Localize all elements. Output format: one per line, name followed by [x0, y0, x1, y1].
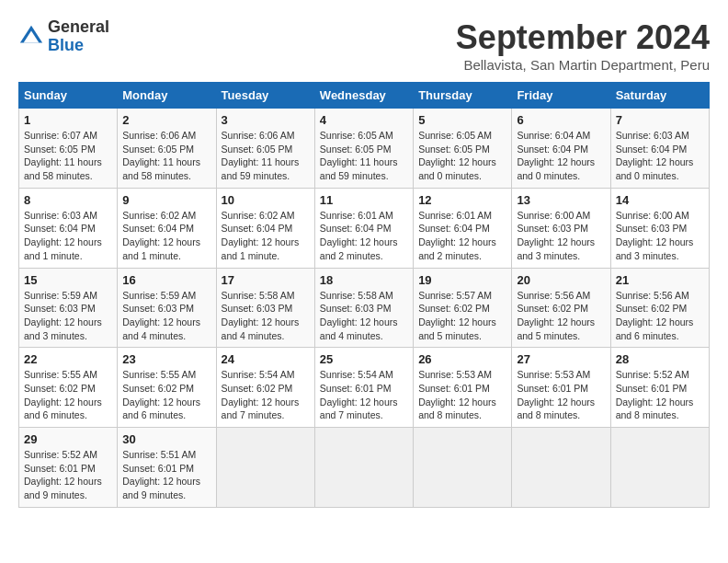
day-info: Sunrise: 6:05 AM Sunset: 6:05 PM Dayligh…: [418, 129, 506, 183]
day-info: Sunrise: 5:59 AM Sunset: 6:03 PM Dayligh…: [122, 289, 210, 343]
day-number: 3: [222, 113, 310, 127]
day-cell-17: 17Sunrise: 5:58 AM Sunset: 6:03 PM Dayli…: [216, 268, 314, 348]
day-info: Sunrise: 5:56 AM Sunset: 6:02 PM Dayligh…: [616, 289, 704, 343]
day-info: Sunrise: 6:04 AM Sunset: 6:04 PM Dayligh…: [517, 129, 605, 183]
day-cell-20: 20Sunrise: 5:56 AM Sunset: 6:02 PM Dayli…: [512, 268, 610, 348]
day-header-friday: Friday: [512, 83, 610, 109]
day-info: Sunrise: 5:53 AM Sunset: 6:01 PM Dayligh…: [517, 368, 605, 422]
day-cell-27: 27Sunrise: 5:53 AM Sunset: 6:01 PM Dayli…: [512, 348, 610, 428]
logo-icon: [18, 24, 44, 50]
day-number: 29: [24, 432, 112, 446]
calendar-body: 1Sunrise: 6:07 AM Sunset: 6:05 PM Daylig…: [19, 109, 710, 508]
day-header-thursday: Thursday: [414, 83, 512, 109]
day-number: 11: [320, 193, 408, 207]
day-number: 28: [616, 352, 704, 366]
day-number: 19: [418, 273, 506, 287]
day-info: Sunrise: 6:03 AM Sunset: 6:04 PM Dayligh…: [616, 129, 704, 183]
week-row-5: 29Sunrise: 5:52 AM Sunset: 6:01 PM Dayli…: [19, 428, 710, 508]
day-cell-16: 16Sunrise: 5:59 AM Sunset: 6:03 PM Dayli…: [118, 268, 216, 348]
day-number: 21: [616, 273, 704, 287]
day-info: Sunrise: 5:55 AM Sunset: 6:02 PM Dayligh…: [24, 368, 112, 422]
day-number: 15: [24, 273, 112, 287]
day-cell-8: 8Sunrise: 6:03 AM Sunset: 6:04 PM Daylig…: [19, 188, 118, 268]
day-cell-13: 13Sunrise: 6:00 AM Sunset: 6:03 PM Dayli…: [512, 188, 610, 268]
empty-cell: [314, 428, 413, 508]
day-cell-21: 21Sunrise: 5:56 AM Sunset: 6:02 PM Dayli…: [610, 268, 709, 348]
day-info: Sunrise: 5:53 AM Sunset: 6:01 PM Dayligh…: [418, 368, 506, 422]
day-info: Sunrise: 5:52 AM Sunset: 6:01 PM Dayligh…: [24, 448, 112, 502]
calendar-table: SundayMondayTuesdayWednesdayThursdayFrid…: [18, 82, 710, 508]
day-cell-4: 4Sunrise: 6:05 AM Sunset: 6:05 PM Daylig…: [314, 109, 413, 189]
day-number: 25: [320, 352, 408, 366]
day-cell-28: 28Sunrise: 5:52 AM Sunset: 6:01 PM Dayli…: [610, 348, 709, 428]
day-info: Sunrise: 6:01 AM Sunset: 6:04 PM Dayligh…: [418, 209, 506, 263]
day-info: Sunrise: 5:54 AM Sunset: 6:02 PM Dayligh…: [222, 368, 310, 422]
day-number: 18: [320, 273, 408, 287]
day-number: 16: [122, 273, 210, 287]
day-number: 13: [517, 193, 605, 207]
day-number: 4: [320, 113, 408, 127]
day-number: 6: [517, 113, 605, 127]
day-info: Sunrise: 5:55 AM Sunset: 6:02 PM Dayligh…: [122, 368, 210, 422]
day-info: Sunrise: 5:59 AM Sunset: 6:03 PM Dayligh…: [24, 289, 112, 343]
day-info: Sunrise: 5:54 AM Sunset: 6:01 PM Dayligh…: [320, 368, 408, 422]
day-cell-24: 24Sunrise: 5:54 AM Sunset: 6:02 PM Dayli…: [216, 348, 314, 428]
day-number: 2: [122, 113, 210, 127]
month-title: September 2024: [456, 18, 710, 57]
day-header-saturday: Saturday: [610, 83, 709, 109]
day-number: 14: [616, 193, 704, 207]
day-info: Sunrise: 6:06 AM Sunset: 6:05 PM Dayligh…: [222, 129, 310, 183]
day-cell-11: 11Sunrise: 6:01 AM Sunset: 6:04 PM Dayli…: [314, 188, 413, 268]
day-cell-29: 29Sunrise: 5:52 AM Sunset: 6:01 PM Dayli…: [19, 428, 118, 508]
day-cell-3: 3Sunrise: 6:06 AM Sunset: 6:05 PM Daylig…: [216, 109, 314, 189]
day-cell-10: 10Sunrise: 6:02 AM Sunset: 6:04 PM Dayli…: [216, 188, 314, 268]
day-number: 17: [222, 273, 310, 287]
day-cell-18: 18Sunrise: 5:58 AM Sunset: 6:03 PM Dayli…: [314, 268, 413, 348]
day-number: 30: [122, 432, 210, 446]
day-info: Sunrise: 6:01 AM Sunset: 6:04 PM Dayligh…: [320, 209, 408, 263]
week-row-1: 1Sunrise: 6:07 AM Sunset: 6:05 PM Daylig…: [19, 109, 710, 189]
day-number: 8: [24, 193, 112, 207]
title-block: September 2024 Bellavista, San Martin De…: [456, 18, 710, 73]
day-number: 5: [418, 113, 506, 127]
day-cell-26: 26Sunrise: 5:53 AM Sunset: 6:01 PM Dayli…: [414, 348, 512, 428]
day-number: 20: [517, 273, 605, 287]
day-info: Sunrise: 6:06 AM Sunset: 6:05 PM Dayligh…: [122, 129, 210, 183]
day-info: Sunrise: 6:03 AM Sunset: 6:04 PM Dayligh…: [24, 209, 112, 263]
day-cell-9: 9Sunrise: 6:02 AM Sunset: 6:04 PM Daylig…: [118, 188, 216, 268]
logo-text: General Blue: [48, 18, 109, 55]
empty-cell: [512, 428, 610, 508]
day-header-tuesday: Tuesday: [216, 83, 314, 109]
day-info: Sunrise: 6:02 AM Sunset: 6:04 PM Dayligh…: [122, 209, 210, 263]
day-number: 12: [418, 193, 506, 207]
day-cell-19: 19Sunrise: 5:57 AM Sunset: 6:02 PM Dayli…: [414, 268, 512, 348]
week-row-3: 15Sunrise: 5:59 AM Sunset: 6:03 PM Dayli…: [19, 268, 710, 348]
empty-cell: [216, 428, 314, 508]
day-cell-5: 5Sunrise: 6:05 AM Sunset: 6:05 PM Daylig…: [414, 109, 512, 189]
day-number: 10: [222, 193, 310, 207]
day-cell-23: 23Sunrise: 5:55 AM Sunset: 6:02 PM Dayli…: [118, 348, 216, 428]
day-cell-2: 2Sunrise: 6:06 AM Sunset: 6:05 PM Daylig…: [118, 109, 216, 189]
calendar-header-row: SundayMondayTuesdayWednesdayThursdayFrid…: [19, 83, 710, 109]
day-info: Sunrise: 5:58 AM Sunset: 6:03 PM Dayligh…: [320, 289, 408, 343]
day-info: Sunrise: 5:52 AM Sunset: 6:01 PM Dayligh…: [616, 368, 704, 422]
day-info: Sunrise: 6:00 AM Sunset: 6:03 PM Dayligh…: [517, 209, 605, 263]
day-cell-22: 22Sunrise: 5:55 AM Sunset: 6:02 PM Dayli…: [19, 348, 118, 428]
day-info: Sunrise: 5:51 AM Sunset: 6:01 PM Dayligh…: [122, 448, 210, 502]
empty-cell: [610, 428, 709, 508]
week-row-4: 22Sunrise: 5:55 AM Sunset: 6:02 PM Dayli…: [19, 348, 710, 428]
day-cell-7: 7Sunrise: 6:03 AM Sunset: 6:04 PM Daylig…: [610, 109, 709, 189]
day-header-monday: Monday: [118, 83, 216, 109]
day-header-wednesday: Wednesday: [314, 83, 413, 109]
page-header: General Blue September 2024 Bellavista, …: [18, 18, 710, 73]
day-number: 23: [122, 352, 210, 366]
location-subtitle: Bellavista, San Martin Department, Peru: [456, 57, 710, 73]
day-number: 1: [24, 113, 112, 127]
day-cell-15: 15Sunrise: 5:59 AM Sunset: 6:03 PM Dayli…: [19, 268, 118, 348]
day-info: Sunrise: 6:07 AM Sunset: 6:05 PM Dayligh…: [24, 129, 112, 183]
empty-cell: [414, 428, 512, 508]
day-cell-6: 6Sunrise: 6:04 AM Sunset: 6:04 PM Daylig…: [512, 109, 610, 189]
day-info: Sunrise: 5:57 AM Sunset: 6:02 PM Dayligh…: [418, 289, 506, 343]
logo: General Blue: [18, 18, 109, 55]
day-info: Sunrise: 6:02 AM Sunset: 6:04 PM Dayligh…: [222, 209, 310, 263]
